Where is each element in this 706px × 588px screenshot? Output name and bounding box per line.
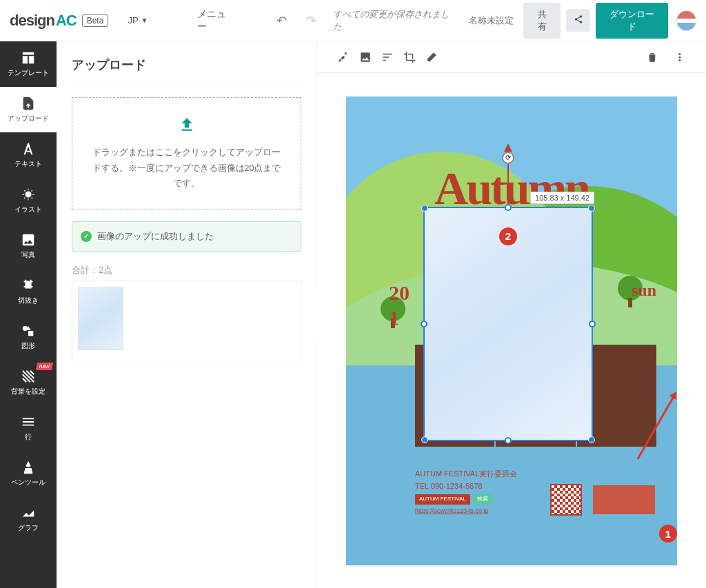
poster-footer: AUTUM FESTIVAL実行委員会 TEL 090-1234-5678 AU… <box>415 468 517 517</box>
rail-photo[interactable]: 写真 <box>0 223 57 269</box>
user-avatar[interactable] <box>676 10 696 31</box>
resize-handle-nw[interactable] <box>421 205 428 212</box>
dimension-label: 105.83 x 149.42 <box>530 192 594 204</box>
magic-icon[interactable] <box>332 46 354 68</box>
callout-2: 2 <box>499 227 517 245</box>
upload-icon <box>21 96 36 111</box>
image-tool-icon[interactable] <box>354 46 376 68</box>
main-menu[interactable]: メニュー <box>197 8 235 33</box>
upload-success-alert: ✓ 画像のアップに成功しました <box>72 221 301 252</box>
delete-icon[interactable] <box>641 46 663 68</box>
rail-pen[interactable]: ペンツール <box>0 451 57 496</box>
side-rail: テンプレート アップロード テキスト イラスト 写真 切抜き 図形 new <box>0 41 57 588</box>
more-icon[interactable] <box>669 46 691 68</box>
rail-background[interactable]: new 背景を設定 <box>0 360 57 405</box>
language-selector[interactable]: JP▼ <box>128 15 148 26</box>
thumbnail-grid <box>72 281 301 363</box>
chart-icon <box>21 505 36 520</box>
success-text: 画像のアップに成功しました <box>97 230 214 243</box>
undo-icon[interactable]: ↶ <box>276 13 287 28</box>
rail-chart[interactable]: グラフ <box>0 496 57 542</box>
download-button[interactable]: ダウンロード <box>596 3 667 39</box>
lines-icon <box>21 414 36 429</box>
poster-day: 1 <box>389 306 399 330</box>
resize-handle-w[interactable] <box>421 321 427 327</box>
redo-icon[interactable]: ↷ <box>306 13 316 28</box>
svg-rect-1 <box>28 331 33 336</box>
map-box <box>593 485 655 514</box>
poster-year: 20 <box>389 281 410 305</box>
check-icon: ✓ <box>81 231 92 242</box>
crop-icon <box>21 278 36 293</box>
save-status: すべての変更が保存されました <box>333 8 456 33</box>
upload-count: 合計：2点 <box>72 264 301 276</box>
cloud-upload-icon <box>89 116 284 136</box>
hatch-icon <box>21 369 36 384</box>
new-badge: new <box>36 363 53 370</box>
resize-handle-s[interactable] <box>505 437 512 444</box>
rotate-handle[interactable]: ⟳ <box>502 152 514 164</box>
rail-shape[interactable]: 図形 <box>0 314 57 360</box>
share-button[interactable]: 共有 <box>523 3 560 39</box>
pen-icon <box>21 460 36 475</box>
rail-upload[interactable]: アップロード <box>0 87 57 132</box>
upload-panel: アップロード ドラッグまたはここをクリックしてアップロードする。※一度にアップで… <box>57 41 317 588</box>
sun-icon <box>21 187 36 202</box>
rotation-line <box>507 159 509 208</box>
poster-url: https://acworks12345.co.jp <box>415 507 489 514</box>
resize-handle-ne[interactable] <box>588 205 595 212</box>
canvas-toolbar <box>317 41 706 73</box>
share-link-button[interactable] <box>566 9 590 32</box>
caret-down-icon: ▼ <box>141 17 148 24</box>
text-icon <box>21 141 36 156</box>
rail-line[interactable]: 行 <box>0 405 57 451</box>
image-icon <box>21 232 36 247</box>
upload-dropzone[interactable]: ドラッグまたはここをクリックしてアップロードする。※一度にアップできる画像は20… <box>72 97 301 210</box>
rail-template[interactable]: テンプレート <box>0 41 57 87</box>
adjust-icon[interactable] <box>376 46 399 68</box>
poster-sun: sun <box>632 281 656 300</box>
resize-handle-se[interactable] <box>588 436 595 443</box>
eraser-icon[interactable] <box>421 46 443 68</box>
app-logo: designAC <box>10 12 77 30</box>
editor-stage[interactable]: Autumn オータムフェスティバル 20 1 sun AUTUM FESTIV… <box>317 73 706 588</box>
dropzone-text: ドラッグまたはここをクリックしてアップロードする。※一度にアップできる画像は20… <box>89 145 284 192</box>
shapes-icon <box>21 323 36 338</box>
design-name-input[interactable] <box>456 11 518 30</box>
template-icon <box>21 50 36 65</box>
design-canvas[interactable]: Autumn オータムフェスティバル 20 1 sun AUTUM FESTIV… <box>346 97 677 565</box>
rail-text[interactable]: テキスト <box>0 132 57 178</box>
selection-box[interactable]: ▲ ⟳ 105.83 x 149.42 2 <box>423 207 593 441</box>
callout-1: 1 <box>659 525 677 543</box>
resize-handle-n[interactable] <box>505 204 512 211</box>
panel-title: アップロード <box>72 57 301 83</box>
rail-illust[interactable]: イラスト <box>0 178 57 223</box>
resize-handle-e[interactable] <box>589 321 596 327</box>
logo-ac: AC <box>56 12 77 30</box>
qr-code <box>550 484 582 516</box>
lang-label: JP <box>128 15 138 26</box>
logo-text: design <box>10 12 54 30</box>
rail-clip[interactable]: 切抜き <box>0 269 57 314</box>
crop-tool-icon[interactable] <box>399 46 421 68</box>
resize-handle-sw[interactable] <box>421 436 428 443</box>
uploaded-thumbnail[interactable] <box>78 287 123 350</box>
share-icon <box>574 14 583 24</box>
beta-badge: Beta <box>82 14 109 27</box>
